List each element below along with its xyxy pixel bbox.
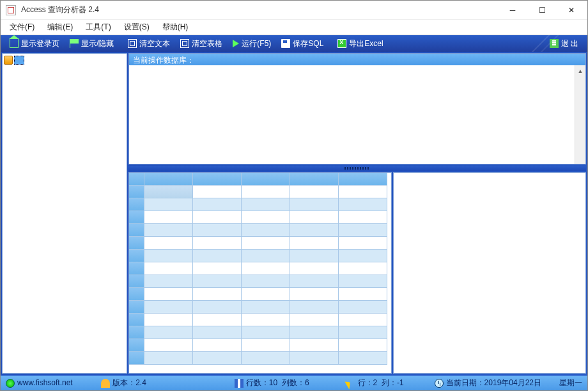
grid-cell[interactable] (339, 198, 387, 211)
grid-cell[interactable] (242, 237, 290, 250)
grid-cell[interactable] (339, 314, 387, 326)
grid-cell[interactable] (193, 250, 242, 262)
grid-cell[interactable] (339, 224, 387, 237)
grid-header-cell[interactable] (129, 173, 144, 186)
grid-cell[interactable] (193, 314, 242, 326)
sql-editor[interactable]: ▲ (129, 65, 585, 164)
clear-text-button[interactable]: 清空文本 (123, 36, 175, 51)
exit-button[interactable]: 退 出 (545, 36, 584, 51)
grid-cell[interactable] (290, 224, 339, 237)
grid-header-cell[interactable] (144, 173, 193, 186)
grid-cell[interactable] (193, 301, 242, 314)
menu-edit[interactable]: 编辑(E) (41, 20, 79, 35)
grid-header-cell[interactable] (339, 173, 387, 186)
menu-setting[interactable]: 设置(S) (118, 20, 156, 35)
results-grid[interactable] (128, 172, 392, 374)
grid-cell[interactable] (193, 339, 242, 352)
grid-cell[interactable] (193, 288, 242, 301)
grid-cell[interactable] (144, 352, 193, 365)
grid-cell[interactable] (242, 186, 290, 198)
grid-cell[interactable] (242, 314, 290, 326)
close-button[interactable]: ✕ (557, 1, 586, 19)
grid-cell[interactable] (144, 326, 193, 339)
status-url[interactable]: www.fishsoft.net (6, 378, 73, 388)
grid-row-header[interactable] (129, 186, 144, 198)
grid-cell[interactable] (242, 275, 290, 288)
grid-header-cell[interactable] (290, 173, 339, 186)
grid-cell[interactable] (290, 288, 339, 301)
grid-cell[interactable] (290, 262, 339, 275)
grid-cell[interactable] (144, 339, 193, 352)
grid-cell[interactable] (193, 211, 242, 224)
grid-cell[interactable] (242, 288, 290, 301)
menu-tool[interactable]: 工具(T) (79, 20, 117, 35)
grid-cell[interactable] (242, 211, 290, 224)
grid-cell[interactable] (193, 275, 242, 288)
grid-cell[interactable] (290, 250, 339, 262)
grid-cell[interactable] (144, 250, 193, 262)
grid-row-header[interactable] (129, 224, 144, 237)
grid-cell[interactable] (193, 326, 242, 339)
grid-cell[interactable] (339, 250, 387, 262)
grid-cell[interactable] (339, 339, 387, 352)
grid-cell[interactable] (290, 352, 339, 365)
grid-cell[interactable] (339, 262, 387, 275)
grid-cell[interactable] (339, 211, 387, 224)
grid-cell[interactable] (339, 301, 387, 314)
grid-cell[interactable] (193, 352, 242, 365)
grid-cell[interactable] (290, 326, 339, 339)
grid-cell[interactable] (144, 224, 193, 237)
menu-help[interactable]: 帮助(H) (156, 20, 195, 35)
grid-cell[interactable] (339, 288, 387, 301)
selection-marker[interactable] (14, 56, 24, 65)
grid-row-header[interactable] (129, 198, 144, 211)
grid-row-header[interactable] (129, 250, 144, 262)
grid-row-header[interactable] (129, 314, 144, 326)
grid-cell[interactable] (242, 198, 290, 211)
grid-row-header[interactable] (129, 262, 144, 275)
show-hide-button[interactable]: 显示/隐藏 (65, 36, 119, 51)
maximize-button[interactable]: ☐ (527, 1, 557, 19)
grid-cell[interactable] (193, 224, 242, 237)
grid-cell[interactable] (290, 186, 339, 198)
grid-row-header[interactable] (129, 237, 144, 250)
minimize-button[interactable]: ─ (498, 1, 527, 19)
grid-cell[interactable] (144, 288, 193, 301)
grid-cell[interactable] (242, 250, 290, 262)
grid-row-header[interactable] (129, 339, 144, 352)
grid-header-cell[interactable] (242, 173, 290, 186)
menu-file[interactable]: 文件(F) (3, 20, 41, 35)
grid-cell[interactable] (193, 262, 242, 275)
grid-header-cell[interactable] (193, 173, 242, 186)
grid-cell[interactable] (242, 224, 290, 237)
grid-cell[interactable] (144, 275, 193, 288)
grid-row-header[interactable] (129, 275, 144, 288)
scroll-up-icon[interactable]: ▲ (575, 65, 585, 76)
export-excel-button[interactable]: 导出Excel (332, 36, 388, 51)
grid-row-header[interactable] (129, 211, 144, 224)
grid-cell[interactable] (339, 275, 387, 288)
grid-cell[interactable] (290, 339, 339, 352)
run-button[interactable]: 运行(F5) (228, 36, 276, 51)
grid-cell[interactable] (242, 262, 290, 275)
grid-cell[interactable] (242, 352, 290, 365)
grid-row-header[interactable] (129, 352, 144, 365)
save-sql-button[interactable]: 保存SQL (276, 36, 329, 51)
grid-cell[interactable] (144, 301, 193, 314)
grid-cell[interactable] (144, 198, 193, 211)
grid-cell[interactable] (144, 262, 193, 275)
grid-cell[interactable] (242, 326, 290, 339)
grid-row-header[interactable] (129, 326, 144, 339)
grid-cell[interactable] (339, 352, 387, 365)
clear-grid-button[interactable]: 清空表格 (175, 36, 228, 51)
grid-cell[interactable] (144, 237, 193, 250)
grid-cell[interactable] (290, 314, 339, 326)
grid-cell[interactable] (290, 275, 339, 288)
grid-cell[interactable] (290, 237, 339, 250)
horizontal-splitter[interactable] (128, 166, 586, 171)
grid-cell[interactable] (339, 237, 387, 250)
grid-cell[interactable] (290, 198, 339, 211)
grid-cell[interactable] (144, 211, 193, 224)
grid-cell[interactable] (290, 211, 339, 224)
grid-cell[interactable] (339, 186, 387, 198)
